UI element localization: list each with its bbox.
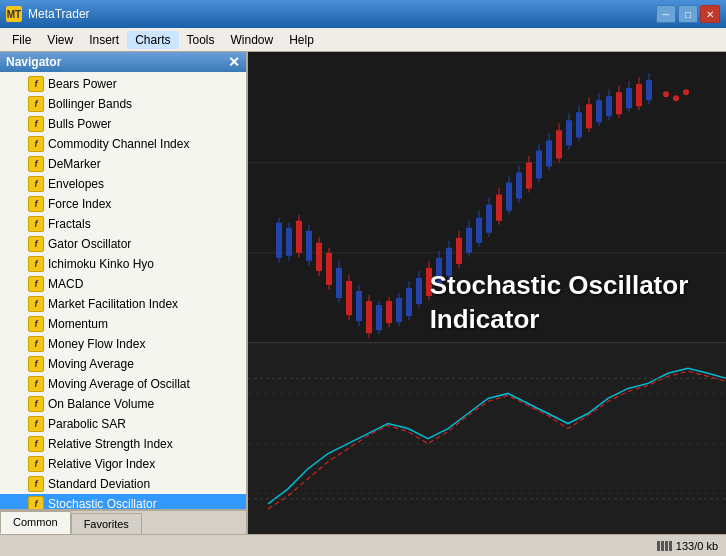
nav-item[interactable]: fStochastic Oscillator xyxy=(0,494,246,509)
nav-item[interactable]: fBulls Power xyxy=(0,114,246,134)
nav-item-icon: f xyxy=(28,396,44,412)
nav-item-label: Bollinger Bands xyxy=(48,97,132,111)
close-button[interactable]: ✕ xyxy=(700,5,720,23)
nav-item-label: Envelopes xyxy=(48,177,104,191)
nav-item-icon: f xyxy=(28,436,44,452)
nav-item-label: Force Index xyxy=(48,197,111,211)
nav-item[interactable]: fBears Power xyxy=(0,74,246,94)
nav-item-icon: f xyxy=(28,116,44,132)
svg-point-85 xyxy=(663,91,669,97)
nav-item-label: Moving Average xyxy=(48,357,134,371)
nav-item-icon: f xyxy=(28,76,44,92)
nav-item-label: Gator Oscillator xyxy=(48,237,131,251)
title-bar-text: MetaTrader xyxy=(28,7,656,21)
status-size-info: 133/0 kb xyxy=(657,540,718,552)
app-icon: MT xyxy=(6,6,22,22)
menu-item-window[interactable]: Window xyxy=(223,31,282,49)
nav-item-icon: f xyxy=(28,416,44,432)
navigator-header: Navigator ✕ xyxy=(0,52,246,72)
nav-item[interactable]: fOn Balance Volume xyxy=(0,394,246,414)
maximize-button[interactable]: □ xyxy=(678,5,698,23)
nav-item-label: DeMarker xyxy=(48,157,101,171)
nav-item-label: Bears Power xyxy=(48,77,117,91)
nav-item-icon: f xyxy=(28,476,44,492)
nav-item-icon: f xyxy=(28,316,44,332)
nav-item-label: MACD xyxy=(48,277,83,291)
menu-bar: FileViewInsertChartsToolsWindowHelp xyxy=(0,28,726,52)
nav-item-icon: f xyxy=(28,236,44,252)
nav-item[interactable]: fCommodity Channel Index xyxy=(0,134,246,154)
nav-item-icon: f xyxy=(28,216,44,232)
nav-tab-favorites[interactable]: Favorites xyxy=(71,513,142,534)
nav-item[interactable]: fMoving Average of Oscillat xyxy=(0,374,246,394)
nav-item[interactable]: fMomentum xyxy=(0,314,246,334)
nav-item-label: Commodity Channel Index xyxy=(48,137,189,151)
status-size-label: 133/0 kb xyxy=(676,540,718,552)
chart-svg xyxy=(248,52,726,534)
svg-point-86 xyxy=(673,95,679,101)
status-bar: 133/0 kb xyxy=(0,534,726,556)
nav-tab-common[interactable]: Common xyxy=(0,511,71,534)
nav-item-icon: f xyxy=(28,276,44,292)
nav-item[interactable]: fMoving Average xyxy=(0,354,246,374)
navigator-close-button[interactable]: ✕ xyxy=(228,55,240,69)
nav-item-label: Ichimoku Kinko Hyo xyxy=(48,257,154,271)
title-bar: MT MetaTrader ─ □ ✕ xyxy=(0,0,726,28)
svg-point-87 xyxy=(683,89,689,95)
nav-item-label: Money Flow Index xyxy=(48,337,145,351)
nav-item-label: Market Facilitation Index xyxy=(48,297,178,311)
nav-item[interactable]: fBollinger Bands xyxy=(0,94,246,114)
nav-item[interactable]: fGator Oscillator xyxy=(0,234,246,254)
nav-item-label: Relative Strength Index xyxy=(48,437,173,451)
navigator-tabs: CommonFavorites xyxy=(0,509,246,534)
nav-item-icon: f xyxy=(28,256,44,272)
nav-item-label: Parabolic SAR xyxy=(48,417,126,431)
nav-item-icon: f xyxy=(28,196,44,212)
nav-item-label: Moving Average of Oscillat xyxy=(48,377,190,391)
nav-item[interactable]: fStandard Deviation xyxy=(0,474,246,494)
minimize-button[interactable]: ─ xyxy=(656,5,676,23)
nav-item-label: Relative Vigor Index xyxy=(48,457,155,471)
nav-item[interactable]: fRelative Vigor Index xyxy=(0,454,246,474)
nav-item-icon: f xyxy=(28,296,44,312)
nav-item[interactable]: fMarket Facilitation Index xyxy=(0,294,246,314)
menu-item-charts[interactable]: Charts xyxy=(127,31,178,49)
nav-item[interactable]: fIchimoku Kinko Hyo xyxy=(0,254,246,274)
nav-item-icon: f xyxy=(28,96,44,112)
menu-item-tools[interactable]: Tools xyxy=(179,31,223,49)
nav-item-label: On Balance Volume xyxy=(48,397,154,411)
nav-item-label: Stochastic Oscillator xyxy=(48,497,157,509)
nav-item-label: Standard Deviation xyxy=(48,477,150,491)
nav-item[interactable]: fDeMarker xyxy=(0,154,246,174)
status-bar-icon xyxy=(657,541,672,551)
nav-item-icon: f xyxy=(28,136,44,152)
nav-item-icon: f xyxy=(28,356,44,372)
nav-item-icon: f xyxy=(28,336,44,352)
nav-item[interactable]: fRelative Strength Index xyxy=(0,434,246,454)
nav-item-icon: f xyxy=(28,176,44,192)
nav-item-icon: f xyxy=(28,496,44,509)
nav-item[interactable]: fForce Index xyxy=(0,194,246,214)
chart-area: Stochastic Oscillator Indicator xyxy=(248,52,726,534)
nav-item-icon: f xyxy=(28,456,44,472)
navigator-panel: Navigator ✕ fBears PowerfBollinger Bands… xyxy=(0,52,248,534)
nav-item[interactable]: fParabolic SAR xyxy=(0,414,246,434)
nav-item-icon: f xyxy=(28,376,44,392)
nav-item-label: Bulls Power xyxy=(48,117,111,131)
menu-item-view[interactable]: View xyxy=(39,31,81,49)
menu-item-insert[interactable]: Insert xyxy=(81,31,127,49)
nav-item[interactable]: fFractals xyxy=(0,214,246,234)
menu-item-help[interactable]: Help xyxy=(281,31,322,49)
navigator-list[interactable]: fBears PowerfBollinger BandsfBulls Power… xyxy=(0,72,246,509)
nav-item[interactable]: fEnvelopes xyxy=(0,174,246,194)
svg-rect-5 xyxy=(248,343,726,534)
nav-item-label: Fractals xyxy=(48,217,91,231)
nav-item[interactable]: fMACD xyxy=(0,274,246,294)
nav-item-icon: f xyxy=(28,156,44,172)
menu-item-file[interactable]: File xyxy=(4,31,39,49)
title-bar-controls: ─ □ ✕ xyxy=(656,5,720,23)
main-content: Navigator ✕ fBears PowerfBollinger Bands… xyxy=(0,52,726,534)
navigator-title: Navigator xyxy=(6,55,61,69)
nav-item[interactable]: fMoney Flow Index xyxy=(0,334,246,354)
nav-item-label: Momentum xyxy=(48,317,108,331)
